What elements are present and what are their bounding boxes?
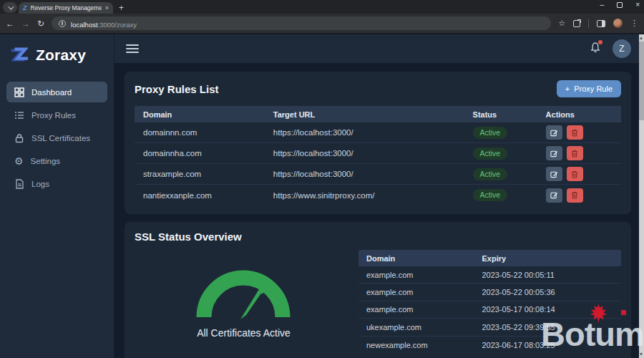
sidebar-item-settings[interactable]: ⚙ Settings bbox=[6, 150, 107, 171]
browser-tab-strip: Z Reverse Proxy Management × + – × bbox=[0, 0, 644, 14]
row-domain: example.com bbox=[358, 288, 482, 296]
row-domain: domainnn.com bbox=[135, 128, 273, 137]
delete-button[interactable] bbox=[567, 146, 583, 160]
notifications-button[interactable] bbox=[590, 42, 601, 57]
side-panel-icon[interactable] bbox=[597, 20, 605, 27]
sidebar: Zoraxy Dashboard Proxy Rules bbox=[0, 34, 114, 358]
sidebar-item-label: Settings bbox=[31, 157, 61, 165]
edit-pencil-icon bbox=[550, 191, 558, 199]
col-status: Status bbox=[473, 110, 546, 119]
browser-toolbar: ← → ↻ localhost:3000/zoraxy ☆ ⋮ bbox=[0, 14, 644, 34]
sidebar-item-label: Proxy Rules bbox=[31, 111, 76, 120]
row-target-url: https://localhost:3000/ bbox=[273, 149, 473, 158]
tab-search-button[interactable] bbox=[3, 2, 17, 13]
list-icon bbox=[14, 110, 24, 120]
table-header-row: Domain Target URL Status Actions bbox=[135, 106, 621, 122]
edit-pencil-icon bbox=[550, 129, 558, 137]
window-minimize-button[interactable]: – bbox=[600, 1, 605, 9]
col-actions: Actions bbox=[546, 110, 621, 119]
app-header: Z bbox=[114, 34, 644, 63]
lock-icon bbox=[14, 133, 24, 143]
ssl-gauge: All Certificates Active bbox=[135, 250, 353, 354]
app-logo-text: Zoraxy bbox=[36, 47, 86, 64]
window-close-button[interactable]: × bbox=[635, 1, 640, 9]
ssl-status-title: SSL Status Overview bbox=[135, 231, 621, 243]
user-avatar[interactable]: Z bbox=[613, 39, 631, 58]
add-proxy-rule-button[interactable]: + Proxy Rule bbox=[557, 80, 621, 97]
address-bar[interactable]: localhost:3000/zoraxy bbox=[52, 16, 551, 30]
sidebar-item-logs[interactable]: Logs bbox=[6, 173, 107, 194]
status-badge: Active bbox=[473, 147, 508, 160]
sidebar-item-label: Logs bbox=[31, 180, 49, 188]
table-row: nantiexxanple.com https://www.sinitrprox… bbox=[135, 185, 621, 205]
app-logo: Zoraxy bbox=[0, 40, 114, 72]
dashboard-grid-icon bbox=[14, 87, 24, 97]
maple-leaf-icon bbox=[588, 303, 608, 324]
row-domain: domainnha.com bbox=[135, 149, 273, 158]
table-row: example.com 2023-05-22 00:05:36 bbox=[358, 284, 621, 301]
site-info-icon[interactable] bbox=[59, 20, 66, 27]
col-target-url: Target URL bbox=[273, 110, 473, 119]
page-scrollbar[interactable] bbox=[639, 34, 644, 358]
chevron-down-icon bbox=[8, 4, 14, 9]
delete-button[interactable] bbox=[567, 167, 583, 181]
edit-button[interactable] bbox=[546, 125, 562, 140]
tab-title: Reverse Proxy Management bbox=[31, 4, 102, 11]
gear-icon: ⚙ bbox=[14, 156, 24, 166]
toolbar-divider bbox=[588, 19, 589, 28]
sidebar-item-label: Dashboard bbox=[31, 88, 72, 97]
edit-button[interactable] bbox=[546, 167, 562, 181]
row-domain: example.com bbox=[358, 271, 482, 279]
row-target-url: https://www.sinitrproxy.com/ bbox=[273, 191, 473, 200]
browser-menu-icon[interactable]: ⋮ bbox=[630, 19, 638, 27]
row-expiry: 2023-05-22 00:05:11 bbox=[482, 271, 621, 279]
row-domain: ukexample.com bbox=[358, 323, 482, 332]
back-button[interactable]: ← bbox=[6, 19, 14, 28]
row-domain: newexample.com bbox=[358, 341, 482, 349]
sidebar-item-ssl-certificates[interactable]: SSL Certificates bbox=[6, 127, 107, 148]
status-badge: Active bbox=[473, 189, 508, 201]
scroll-up-icon[interactable] bbox=[640, 37, 643, 39]
stock-watermark: Botum bbox=[541, 314, 644, 354]
edit-button[interactable] bbox=[546, 146, 562, 160]
trash-icon bbox=[571, 150, 578, 158]
tab-share-icon[interactable] bbox=[573, 20, 580, 27]
row-target-url: https://localhost:3000/ bbox=[273, 128, 473, 137]
delete-button[interactable] bbox=[567, 125, 583, 140]
row-target-url: https://localhost:3000/ bbox=[273, 170, 473, 178]
table-row: straxample.com https://localhost:3000/ A… bbox=[135, 164, 621, 185]
row-domain: nantiexxanple.com bbox=[135, 191, 273, 200]
browser-tab[interactable]: Z Reverse Proxy Management × bbox=[19, 2, 113, 14]
scrollbar-thumb[interactable] bbox=[639, 42, 644, 120]
url-path: :3000/zoraxy bbox=[98, 21, 137, 29]
trash-icon bbox=[571, 129, 578, 137]
col-expiry: Expiry bbox=[482, 254, 621, 263]
proxy-rules-table: Domain Target URL Status Actions domainn… bbox=[135, 106, 621, 205]
trash-icon bbox=[571, 170, 578, 178]
window-maximize-button[interactable] bbox=[617, 2, 623, 8]
delete-button[interactable] bbox=[567, 188, 583, 203]
proxy-rules-title: Proxy Rules List bbox=[135, 83, 219, 95]
tab-close-icon[interactable]: × bbox=[105, 5, 109, 11]
forward-button[interactable]: → bbox=[21, 19, 30, 28]
browser-profile-avatar[interactable] bbox=[613, 19, 623, 28]
trash-icon bbox=[571, 191, 578, 199]
sidebar-item-proxy-rules[interactable]: Proxy Rules bbox=[6, 105, 107, 125]
watermark-dot bbox=[621, 310, 626, 315]
document-icon bbox=[14, 179, 24, 189]
notification-badge bbox=[598, 40, 602, 44]
row-domain: straxample.com bbox=[135, 170, 273, 178]
bookmark-star-icon[interactable]: ☆ bbox=[558, 19, 565, 27]
edit-button[interactable] bbox=[546, 188, 562, 203]
table-row: domainnha.com https://localhost:3000/ Ac… bbox=[135, 143, 621, 164]
status-badge: Active bbox=[473, 168, 508, 180]
col-domain: Domain bbox=[135, 110, 273, 119]
reload-button[interactable]: ↻ bbox=[37, 19, 44, 28]
tab-favicon-icon: Z bbox=[23, 5, 27, 11]
new-tab-button[interactable]: + bbox=[119, 4, 124, 12]
sidebar-item-dashboard[interactable]: Dashboard bbox=[6, 82, 107, 102]
table-row: domainnn.com https://localhost:3000/ Act… bbox=[135, 122, 621, 143]
proxy-rules-card: Proxy Rules List + Proxy Rule Domain Tar… bbox=[125, 72, 631, 214]
hamburger-menu-icon[interactable] bbox=[126, 44, 139, 53]
url-host: localhost bbox=[71, 21, 98, 29]
